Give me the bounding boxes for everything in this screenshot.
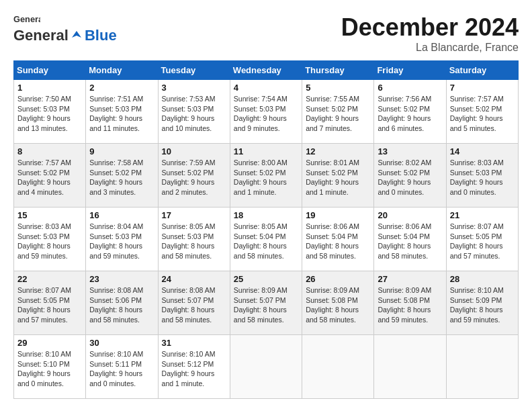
calendar-day: 6Sunrise: 7:56 AM Sunset: 5:02 PM Daylig… xyxy=(374,80,446,144)
day-detail: Sunrise: 8:03 AM Sunset: 5:03 PM Dayligh… xyxy=(450,158,515,197)
day-detail: Sunrise: 7:56 AM Sunset: 5:02 PM Dayligh… xyxy=(378,94,442,134)
calendar-day: 16Sunrise: 8:04 AM Sunset: 5:03 PM Dayli… xyxy=(86,208,158,271)
day-number: 30 xyxy=(89,338,154,348)
calendar-day: 31Sunrise: 8:10 AM Sunset: 5:12 PM Dayli… xyxy=(158,335,230,399)
calendar-day: 1Sunrise: 7:50 AM Sunset: 5:03 PM Daylig… xyxy=(14,80,86,144)
page-header: General General Blue December 2024 La Bl… xyxy=(13,13,519,54)
calendar-day: 5Sunrise: 7:55 AM Sunset: 5:02 PM Daylig… xyxy=(302,80,374,144)
calendar-day: 19Sunrise: 8:06 AM Sunset: 5:04 PM Dayli… xyxy=(302,208,374,271)
calendar-day: 7Sunrise: 7:57 AM Sunset: 5:02 PM Daylig… xyxy=(446,80,518,144)
calendar-day: 3Sunrise: 7:53 AM Sunset: 5:03 PM Daylig… xyxy=(158,80,230,144)
day-detail: Sunrise: 8:00 AM Sunset: 5:02 PM Dayligh… xyxy=(234,158,298,197)
title-area: December 2024 La Blancarde, France xyxy=(341,13,519,54)
day-detail: Sunrise: 8:10 AM Sunset: 5:11 PM Dayligh… xyxy=(89,349,154,389)
calendar-day: 20Sunrise: 8:06 AM Sunset: 5:04 PM Dayli… xyxy=(374,208,446,271)
calendar-day: 2Sunrise: 7:51 AM Sunset: 5:03 PM Daylig… xyxy=(86,80,158,144)
calendar-day xyxy=(230,335,302,399)
day-number: 27 xyxy=(378,274,442,284)
calendar-day: 18Sunrise: 8:05 AM Sunset: 5:04 PM Dayli… xyxy=(230,208,302,271)
calendar-day: 26Sunrise: 8:09 AM Sunset: 5:08 PM Dayli… xyxy=(302,271,374,335)
calendar-day: 25Sunrise: 8:09 AM Sunset: 5:07 PM Dayli… xyxy=(230,271,302,335)
day-detail: Sunrise: 8:07 AM Sunset: 5:05 PM Dayligh… xyxy=(17,285,82,325)
calendar-day: 10Sunrise: 7:59 AM Sunset: 5:02 PM Dayli… xyxy=(158,144,230,208)
day-detail: Sunrise: 8:05 AM Sunset: 5:04 PM Dayligh… xyxy=(234,222,298,261)
day-detail: Sunrise: 8:08 AM Sunset: 5:07 PM Dayligh… xyxy=(162,285,226,325)
day-number: 26 xyxy=(306,274,370,284)
day-number: 28 xyxy=(450,274,515,284)
day-detail: Sunrise: 8:04 AM Sunset: 5:03 PM Dayligh… xyxy=(89,222,154,261)
day-number: 13 xyxy=(378,146,442,156)
day-number: 24 xyxy=(162,274,226,284)
day-detail: Sunrise: 8:08 AM Sunset: 5:06 PM Dayligh… xyxy=(89,285,154,325)
day-number: 16 xyxy=(89,210,154,220)
calendar-day: 9Sunrise: 7:58 AM Sunset: 5:02 PM Daylig… xyxy=(86,144,158,208)
day-detail: Sunrise: 8:06 AM Sunset: 5:04 PM Dayligh… xyxy=(378,222,442,261)
day-detail: Sunrise: 7:51 AM Sunset: 5:03 PM Dayligh… xyxy=(89,94,154,134)
day-number: 20 xyxy=(378,210,442,220)
logo-general: General xyxy=(13,27,69,44)
weekday-header-sunday: Sunday xyxy=(14,61,86,80)
day-detail: Sunrise: 8:03 AM Sunset: 5:03 PM Dayligh… xyxy=(17,222,82,261)
day-number: 31 xyxy=(162,338,226,348)
logo-icon: General xyxy=(13,13,40,26)
weekday-header-tuesday: Tuesday xyxy=(158,61,230,80)
calendar-day: 14Sunrise: 8:03 AM Sunset: 5:03 PM Dayli… xyxy=(446,144,518,208)
day-number: 19 xyxy=(306,210,370,220)
weekday-header-saturday: Saturday xyxy=(446,61,518,80)
day-number: 10 xyxy=(162,146,226,156)
calendar-day xyxy=(446,335,518,399)
day-number: 17 xyxy=(162,210,226,220)
calendar-day: 24Sunrise: 8:08 AM Sunset: 5:07 PM Dayli… xyxy=(158,271,230,335)
day-detail: Sunrise: 7:54 AM Sunset: 5:03 PM Dayligh… xyxy=(234,94,298,134)
day-detail: Sunrise: 8:09 AM Sunset: 5:08 PM Dayligh… xyxy=(306,285,370,325)
day-number: 7 xyxy=(450,83,515,93)
day-number: 25 xyxy=(234,274,298,284)
day-number: 2 xyxy=(89,83,154,93)
month-title: December 2024 xyxy=(341,13,519,42)
day-detail: Sunrise: 7:59 AM Sunset: 5:02 PM Dayligh… xyxy=(162,158,226,197)
day-detail: Sunrise: 8:06 AM Sunset: 5:04 PM Dayligh… xyxy=(306,222,370,261)
calendar-day: 15Sunrise: 8:03 AM Sunset: 5:03 PM Dayli… xyxy=(14,208,86,271)
day-detail: Sunrise: 8:01 AM Sunset: 5:02 PM Dayligh… xyxy=(306,158,370,197)
calendar-day: 12Sunrise: 8:01 AM Sunset: 5:02 PM Dayli… xyxy=(302,144,374,208)
day-number: 9 xyxy=(89,146,154,156)
day-number: 12 xyxy=(306,146,370,156)
day-number: 21 xyxy=(450,210,515,220)
day-number: 18 xyxy=(234,210,298,220)
day-detail: Sunrise: 7:53 AM Sunset: 5:03 PM Dayligh… xyxy=(162,94,226,134)
day-detail: Sunrise: 8:10 AM Sunset: 5:10 PM Dayligh… xyxy=(17,349,82,389)
day-detail: Sunrise: 8:09 AM Sunset: 5:08 PM Dayligh… xyxy=(378,285,442,325)
calendar-day: 22Sunrise: 8:07 AM Sunset: 5:05 PM Dayli… xyxy=(14,271,86,335)
calendar-day xyxy=(302,335,374,399)
calendar-week-3: 15Sunrise: 8:03 AM Sunset: 5:03 PM Dayli… xyxy=(14,208,519,271)
day-detail: Sunrise: 8:09 AM Sunset: 5:07 PM Dayligh… xyxy=(234,285,298,325)
day-number: 6 xyxy=(378,83,442,93)
logo: General General Blue xyxy=(13,13,117,44)
calendar-day: 21Sunrise: 8:07 AM Sunset: 5:05 PM Dayli… xyxy=(446,208,518,271)
day-detail: Sunrise: 7:50 AM Sunset: 5:03 PM Dayligh… xyxy=(17,94,82,134)
day-detail: Sunrise: 7:57 AM Sunset: 5:02 PM Dayligh… xyxy=(450,94,515,134)
calendar-day xyxy=(374,335,446,399)
day-number: 15 xyxy=(17,210,82,220)
day-number: 3 xyxy=(162,83,226,93)
day-number: 8 xyxy=(17,146,82,156)
day-number: 4 xyxy=(234,83,298,93)
calendar-day: 23Sunrise: 8:08 AM Sunset: 5:06 PM Dayli… xyxy=(86,271,158,335)
calendar-day: 13Sunrise: 8:02 AM Sunset: 5:02 PM Dayli… xyxy=(374,144,446,208)
day-number: 29 xyxy=(17,338,82,348)
day-number: 11 xyxy=(234,146,298,156)
day-detail: Sunrise: 8:05 AM Sunset: 5:03 PM Dayligh… xyxy=(162,222,226,261)
day-number: 23 xyxy=(89,274,154,284)
calendar-day: 29Sunrise: 8:10 AM Sunset: 5:10 PM Dayli… xyxy=(14,335,86,399)
day-number: 1 xyxy=(17,83,82,93)
weekday-header-friday: Friday xyxy=(374,61,446,80)
day-detail: Sunrise: 8:02 AM Sunset: 5:02 PM Dayligh… xyxy=(378,158,442,197)
calendar-week-1: 1Sunrise: 7:50 AM Sunset: 5:03 PM Daylig… xyxy=(14,80,519,144)
calendar-day: 17Sunrise: 8:05 AM Sunset: 5:03 PM Dayli… xyxy=(158,208,230,271)
weekday-header-wednesday: Wednesday xyxy=(230,61,302,80)
weekday-header-thursday: Thursday xyxy=(302,61,374,80)
day-detail: Sunrise: 8:10 AM Sunset: 5:09 PM Dayligh… xyxy=(450,285,515,325)
calendar-week-5: 29Sunrise: 8:10 AM Sunset: 5:10 PM Dayli… xyxy=(14,335,519,399)
calendar-day: 28Sunrise: 8:10 AM Sunset: 5:09 PM Dayli… xyxy=(446,271,518,335)
day-detail: Sunrise: 7:58 AM Sunset: 5:02 PM Dayligh… xyxy=(89,158,154,197)
